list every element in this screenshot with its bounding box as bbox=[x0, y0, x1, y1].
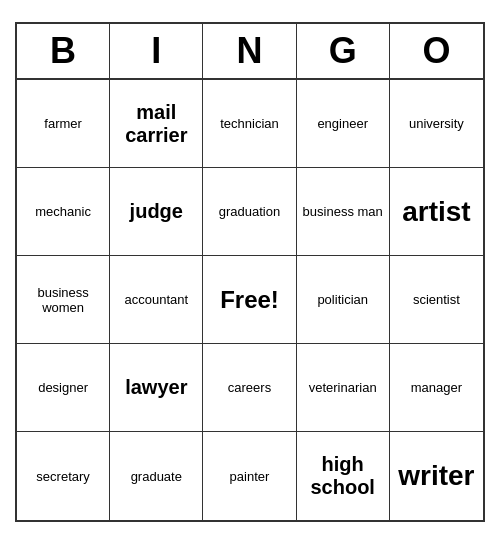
bingo-header-letter: I bbox=[110, 24, 203, 78]
bingo-cell: university bbox=[390, 80, 483, 168]
bingo-cell: designer bbox=[17, 344, 110, 432]
bingo-header-letter: G bbox=[297, 24, 390, 78]
bingo-cell: painter bbox=[203, 432, 296, 520]
bingo-cell: accountant bbox=[110, 256, 203, 344]
bingo-cell: scientist bbox=[390, 256, 483, 344]
bingo-cell: Free! bbox=[203, 256, 296, 344]
bingo-cell: business women bbox=[17, 256, 110, 344]
bingo-cell: judge bbox=[110, 168, 203, 256]
bingo-cell: technician bbox=[203, 80, 296, 168]
bingo-card: BINGO farmermail carriertechnicianengine… bbox=[15, 22, 485, 522]
bingo-header-letter: N bbox=[203, 24, 296, 78]
bingo-cell: graduate bbox=[110, 432, 203, 520]
bingo-cell: graduation bbox=[203, 168, 296, 256]
bingo-header: BINGO bbox=[17, 24, 483, 80]
bingo-cell: artist bbox=[390, 168, 483, 256]
bingo-grid: farmermail carriertechnicianengineeruniv… bbox=[17, 80, 483, 520]
bingo-header-letter: O bbox=[390, 24, 483, 78]
bingo-cell: careers bbox=[203, 344, 296, 432]
bingo-cell: veterinarian bbox=[297, 344, 390, 432]
bingo-cell: engineer bbox=[297, 80, 390, 168]
bingo-cell: manager bbox=[390, 344, 483, 432]
bingo-cell: secretary bbox=[17, 432, 110, 520]
bingo-cell: lawyer bbox=[110, 344, 203, 432]
bingo-cell: mechanic bbox=[17, 168, 110, 256]
bingo-header-letter: B bbox=[17, 24, 110, 78]
bingo-cell: politician bbox=[297, 256, 390, 344]
bingo-cell: mail carrier bbox=[110, 80, 203, 168]
bingo-cell: high school bbox=[297, 432, 390, 520]
bingo-cell: writer bbox=[390, 432, 483, 520]
bingo-cell: farmer bbox=[17, 80, 110, 168]
bingo-cell: business man bbox=[297, 168, 390, 256]
